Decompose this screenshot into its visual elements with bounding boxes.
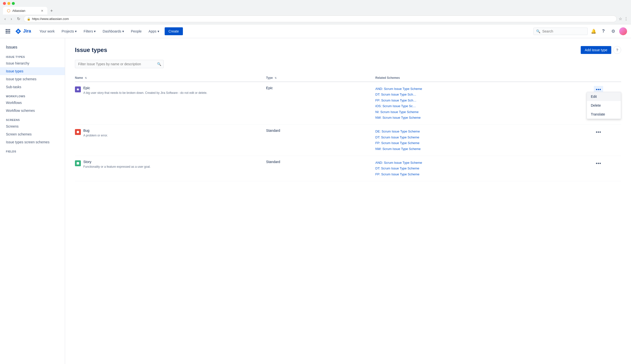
search-box[interactable]: 🔍	[533, 28, 588, 35]
maximize-traffic-light[interactable]	[12, 2, 15, 5]
dropdown-edit-button[interactable]: Edit	[587, 92, 621, 101]
back-button[interactable]: ‹	[3, 16, 7, 22]
sidebar-item-issue-types[interactable]: Issue types	[0, 67, 65, 75]
bug-type-cell: Standard	[266, 124, 375, 156]
nav-your-work[interactable]: Your work	[37, 27, 57, 35]
table-row: Bug A problem or error. Standard DE: Scr…	[75, 124, 621, 156]
issue-table: Name ⇅ Type ⇅ Related Schemes	[75, 74, 621, 181]
browser-chrome: ⬡ Atlassian ✕ + ‹ › ↻ 🔒 https://www.atla…	[0, 0, 631, 24]
avatar[interactable]	[619, 27, 627, 35]
sidebar: Issues ISSUE TYPES Issue hierarchy Issue…	[0, 38, 65, 364]
nav-people[interactable]: People	[128, 27, 144, 35]
svg-rect-11	[77, 162, 79, 164]
bug-more-button[interactable]: •••	[594, 128, 603, 136]
type-sort-icon: ⇅	[274, 76, 276, 79]
reload-button[interactable]: ↻	[16, 16, 22, 22]
scheme-link[interactable]: NW: Scrum Issue Type Scheme	[375, 115, 590, 120]
sidebar-item-sub-tasks[interactable]: Sub-tasks	[0, 83, 65, 91]
epic-icon	[75, 86, 81, 92]
sidebar-item-workflow-schemes[interactable]: Workflow schemes	[0, 107, 65, 114]
main-content: Issue types Add issue type ? 🔍 Name ⇅	[65, 38, 631, 364]
issue-table-body: Epic A big user story that needs to be b…	[75, 82, 621, 181]
sidebar-item-issue-hierarchy[interactable]: Issue hierarchy	[0, 59, 65, 67]
table-header: Name ⇅ Type ⇅ Related Schemes	[75, 74, 621, 82]
jira-logo[interactable]: Jira	[15, 28, 31, 35]
tab-close-button[interactable]: ✕	[41, 9, 43, 12]
svg-rect-2	[9, 29, 10, 30]
scheme-link[interactable]: DT: Scrum Issue Type Sch…	[375, 92, 590, 97]
scheme-link[interactable]: FP: Scrum Issue Type Scheme	[375, 172, 590, 177]
svg-rect-4	[8, 31, 9, 32]
sidebar-item-screens[interactable]: Screens	[0, 122, 65, 130]
svg-marker-9	[76, 88, 79, 91]
th-type[interactable]: Type ⇅	[266, 74, 375, 82]
page-layout: Issues ISSUE TYPES Issue hierarchy Issue…	[0, 38, 631, 364]
scheme-link[interactable]: DE: Scrum Issue Type Scheme	[375, 128, 590, 134]
close-traffic-light[interactable]	[3, 2, 6, 5]
notifications-button[interactable]: 🔔	[589, 27, 597, 35]
filter-container: 🔍	[75, 60, 621, 68]
epic-type: Epic	[266, 86, 273, 90]
dropdown-translate-button[interactable]: Translate	[587, 110, 621, 119]
sidebar-section-screens: SCREENS	[0, 114, 65, 122]
svg-rect-7	[8, 32, 9, 34]
epic-actions-cell: ••• Edit Delete Translate	[594, 82, 621, 124]
sidebar-item-issue-type-schemes[interactable]: Issue type schemes	[0, 75, 65, 83]
nav-projects[interactable]: Projects ▾	[59, 27, 79, 35]
traffic-lights	[3, 2, 628, 5]
scheme-link[interactable]: AND: Scrum Issue Type Scheme	[375, 86, 590, 92]
scheme-link[interactable]: DT: Scrum Issue Type Scheme	[375, 134, 590, 140]
th-name[interactable]: Name ⇅	[75, 74, 266, 82]
epic-dropdown-menu: Edit Delete Translate	[587, 92, 621, 119]
lock-icon: 🔒	[27, 17, 31, 21]
th-actions	[594, 74, 621, 82]
bug-name-cell: Bug A problem or error.	[75, 124, 266, 156]
bookmark-button[interactable]: ☆	[619, 16, 622, 21]
new-tab-button[interactable]: +	[48, 8, 55, 14]
search-input[interactable]	[542, 29, 582, 33]
sidebar-top-item[interactable]: Issues	[0, 43, 65, 52]
story-more-button[interactable]: •••	[594, 160, 603, 167]
create-button[interactable]: Create	[165, 27, 183, 35]
nav-filters[interactable]: Filters ▾	[81, 27, 98, 35]
browser-tab[interactable]: ⬡ Atlassian ✕	[3, 7, 47, 14]
bell-icon: 🔔	[591, 28, 596, 34]
page-help-button[interactable]: ?	[613, 46, 621, 54]
grid-menu-button[interactable]	[4, 27, 12, 35]
scheme-link[interactable]: DT: Scrum Issue Type Scheme	[375, 166, 590, 171]
scheme-link[interactable]: AND: Scrum Issue Type Scheme	[375, 160, 590, 166]
story-icon	[75, 160, 81, 166]
story-name-cell: Story Functionality or a feature express…	[75, 156, 266, 181]
sidebar-item-workflows[interactable]: Workflows	[0, 99, 65, 107]
more-icon: •••	[596, 87, 601, 92]
scheme-link[interactable]: iOS: Scrum Issue Type Sc…	[375, 103, 590, 109]
minimize-traffic-light[interactable]	[8, 2, 10, 5]
forward-button[interactable]: ›	[9, 16, 13, 22]
dropdown-delete-button[interactable]: Delete	[587, 101, 621, 110]
add-issue-type-button[interactable]: Add issue type	[581, 46, 611, 54]
scheme-link[interactable]: NW: Scrum Issue Type Scheme	[375, 146, 590, 152]
address-bar[interactable]: 🔒 https://www.atlassian.com	[24, 16, 617, 22]
sidebar-item-issue-types-screen-schemes[interactable]: Issue types screen schemes	[0, 138, 65, 146]
sidebar-section-issue-types: ISSUE TYPES	[0, 52, 65, 59]
sidebar-item-screen-schemes[interactable]: Screen schemes	[0, 130, 65, 138]
tab-favicon: ⬡	[7, 8, 10, 13]
epic-description: A big user story that needs to be broken…	[83, 91, 207, 95]
scheme-link[interactable]: NI: Scrum Issue Type Scheme	[375, 109, 590, 115]
settings-button[interactable]: ⚙	[609, 27, 617, 35]
filter-input[interactable]	[75, 60, 164, 68]
svg-point-10	[77, 131, 79, 133]
help-button[interactable]: ?	[599, 27, 607, 35]
story-name: Story	[83, 160, 151, 164]
page-title: Issue types	[75, 46, 107, 54]
nav-apps[interactable]: Apps ▾	[146, 27, 162, 35]
browser-menu-button[interactable]: ⋮	[624, 16, 628, 21]
epic-type-cell: Epic	[266, 82, 375, 124]
scheme-link[interactable]: FP: Scrum Issue Type Scheme	[375, 140, 590, 146]
bug-icon	[75, 129, 81, 135]
svg-rect-3	[6, 31, 7, 32]
app-header: Jira Your work Projects ▾ Filters ▾ Dash…	[0, 24, 631, 38]
nav-dashboards[interactable]: Dashboards ▾	[100, 27, 126, 35]
scheme-link[interactable]: FP: Scrum Issue Type Sch…	[375, 98, 590, 103]
search-icon: 🔍	[536, 29, 540, 33]
